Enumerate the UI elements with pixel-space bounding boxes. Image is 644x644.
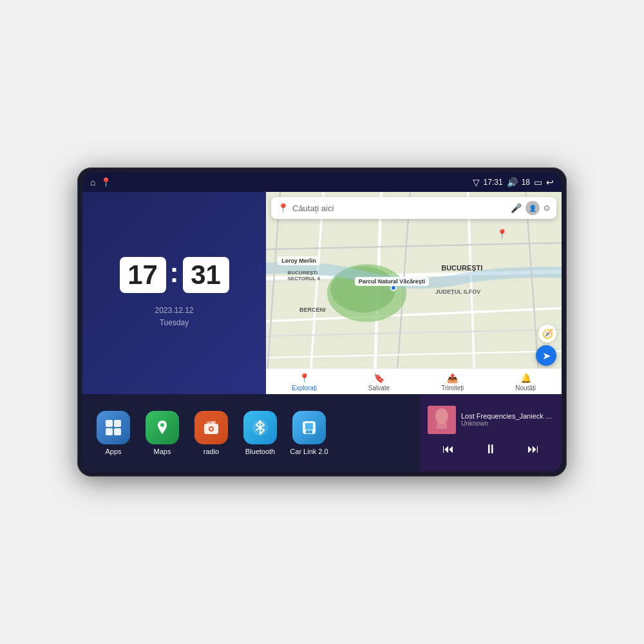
map-nav-send-label: Trimiteți xyxy=(441,384,464,392)
bottom-section: Apps Maps xyxy=(82,394,562,471)
maps-icon-svg xyxy=(153,419,171,437)
app-item-carlink[interactable]: Car Link 2.0 xyxy=(289,411,330,455)
map-place-berceni: BERCENI xyxy=(296,305,330,314)
saved-icon: 🔖 xyxy=(374,373,384,383)
svg-rect-15 xyxy=(106,420,113,427)
map-place-sector4: BUCUREȘTISECTORUL 4 xyxy=(284,269,324,283)
map-bottom-nav: 📍 Explorați 🔖 Salvate 📤 Trimiteți � xyxy=(266,368,562,394)
main-content: 17 : 31 2023.12.12 Tuesday xyxy=(82,192,562,471)
map-place-leroy: Leroy Merlin xyxy=(278,256,320,265)
map-user-avatar[interactable]: 👤 xyxy=(526,201,540,215)
battery-icon: ▭ xyxy=(534,177,542,187)
maps-icon xyxy=(146,411,179,444)
carlink-icon xyxy=(292,411,326,444)
status-bar: ⌂ 📍 ▽ 17:31 🔊 18 ▭ ↩ xyxy=(82,173,562,192)
news-icon: 🔔 xyxy=(520,373,531,383)
svg-point-22 xyxy=(210,428,213,430)
clock-date: 2023.12.12 Tuesday xyxy=(155,305,193,329)
music-thumbnail xyxy=(428,406,456,434)
map-search-bar[interactable]: 📍 Căutați aici 🎤 👤 ⊙ xyxy=(271,197,556,219)
battery-level: 18 xyxy=(522,178,530,187)
map-nav-news[interactable]: 🔔 Noutăți xyxy=(515,373,536,392)
svg-text:FM: FM xyxy=(207,420,211,423)
music-top: Lost Frequencies_Janieck Devy-... Unknow… xyxy=(428,406,554,434)
svg-point-19 xyxy=(160,423,164,427)
map-search-pin-icon: 📍 xyxy=(278,203,289,213)
clock-display: 17 : 31 xyxy=(120,257,229,293)
music-next-button[interactable]: ⏭ xyxy=(524,441,543,457)
top-section: 17 : 31 2023.12.12 Tuesday xyxy=(82,192,562,394)
carlink-label: Car Link 2.0 xyxy=(290,448,328,455)
bluetooth-icon xyxy=(243,411,277,444)
map-destination-pin: 📍 xyxy=(497,229,507,239)
map-place-bucuresti: BUCUREȘTI xyxy=(437,263,486,273)
apps-label: Apps xyxy=(105,448,121,455)
bluetooth-label: Bluetooth xyxy=(245,448,275,455)
back-icon[interactable]: ↩ xyxy=(546,177,554,187)
svg-point-29 xyxy=(307,431,308,433)
device-screen: ⌂ 📍 ▽ 17:31 🔊 18 ▭ ↩ 17 : xyxy=(82,173,562,471)
clock-panel: 17 : 31 2023.12.12 Tuesday xyxy=(82,192,266,394)
map-compass[interactable]: 🧭 xyxy=(538,325,556,343)
map-panel[interactable]: Parcul Natural Văcărești BUCUREȘTI JUDEȚ… xyxy=(266,192,562,394)
signal-icon: ▽ xyxy=(473,177,480,187)
svg-rect-18 xyxy=(114,428,121,435)
svg-point-32 xyxy=(435,408,448,424)
apps-icon-svg xyxy=(104,419,122,437)
nav-icon[interactable]: 📍 xyxy=(100,177,111,187)
map-background xyxy=(266,192,562,394)
home-icon[interactable]: ⌂ xyxy=(90,177,95,187)
maps-label: Maps xyxy=(154,448,171,455)
explore-icon: 📍 xyxy=(299,373,310,383)
app-item-maps[interactable]: Maps xyxy=(142,411,183,455)
apps-icon xyxy=(97,411,130,444)
map-navigate-fab[interactable]: ➤ xyxy=(536,345,556,366)
music-player: Lost Frequencies_Janieck Devy-... Unknow… xyxy=(420,394,562,471)
radio-icon: FM xyxy=(194,411,228,444)
svg-point-30 xyxy=(310,431,312,433)
app-item-apps[interactable]: Apps xyxy=(93,411,134,455)
music-prev-button[interactable]: ⏮ xyxy=(439,441,458,457)
status-left: ⌂ 📍 xyxy=(90,177,111,187)
svg-rect-27 xyxy=(305,423,313,430)
music-info: Lost Frequencies_Janieck Devy-... Unknow… xyxy=(461,412,554,427)
svg-rect-17 xyxy=(106,428,113,435)
map-place-ilfov: JUDEȚUL ILFOV xyxy=(431,287,484,296)
bluetooth-icon-svg xyxy=(251,419,269,437)
app-item-radio[interactable]: FM radio xyxy=(191,411,232,455)
device-outer: ⌂ 📍 ▽ 17:31 🔊 18 ▭ ↩ 17 : xyxy=(77,167,567,477)
music-thumb-svg xyxy=(428,406,456,434)
status-right: ▽ 17:31 🔊 18 ▭ ↩ xyxy=(473,177,554,187)
music-play-pause-button[interactable]: ⏸ xyxy=(480,440,501,458)
music-artist: Unknown xyxy=(461,420,554,427)
clock-minute: 31 xyxy=(183,257,229,293)
map-nav-explore[interactable]: 📍 Explorați xyxy=(292,373,317,392)
map-nav-news-label: Noutăți xyxy=(515,384,536,392)
app-grid: Apps Maps xyxy=(82,394,420,471)
music-controls: ⏮ ⏸ ⏭ xyxy=(428,438,554,460)
map-nav-explore-label: Explorați xyxy=(292,384,317,392)
music-title: Lost Frequencies_Janieck Devy-... xyxy=(461,412,554,420)
map-nav-saved-label: Salvate xyxy=(368,384,390,392)
map-nav-send[interactable]: 📤 Trimiteți xyxy=(441,373,464,392)
svg-rect-33 xyxy=(437,422,447,429)
radio-icon-svg: FM xyxy=(202,419,220,437)
radio-label: radio xyxy=(204,448,219,455)
carlink-icon-svg xyxy=(300,419,318,437)
app-item-bluetooth[interactable]: Bluetooth xyxy=(240,411,281,455)
send-icon: 📤 xyxy=(447,373,458,383)
map-mic-icon[interactable]: 🎤 xyxy=(511,203,522,213)
svg-rect-16 xyxy=(114,420,121,427)
clock-separator: : xyxy=(170,258,179,289)
volume-icon: 🔊 xyxy=(507,177,518,187)
map-layers-icon[interactable]: ⊙ xyxy=(544,204,550,213)
map-nav-saved[interactable]: 🔖 Salvate xyxy=(368,373,390,392)
status-time: 17:31 xyxy=(484,178,503,187)
map-search-input[interactable]: Căutați aici xyxy=(292,204,507,213)
clock-hour: 17 xyxy=(120,257,166,293)
